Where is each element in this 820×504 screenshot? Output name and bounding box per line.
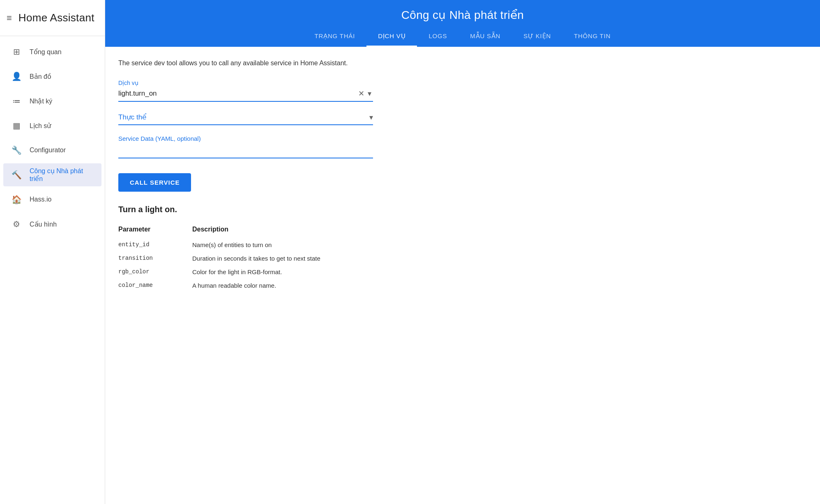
param-cell: entity_id [118,238,192,252]
tab-su-kien[interactable]: SỰ KIỆN [512,27,562,47]
hass-io-icon: 🏠 [12,195,21,204]
tab-thong-tin[interactable]: THÔNG TIN [562,27,622,47]
service-field-group: Dịch vụ ✕ ▾ [118,80,373,102]
sidebar-item-cong-cu[interactable]: 🔨Công cụ Nhà phát triển [3,163,101,186]
sidebar-title: Home Assistant [18,11,94,24]
table-row: transitionDuration in seconds it takes t… [118,252,406,265]
sidebar-header: ≡ Home Assistant [0,0,105,36]
desc-cell: Color for the light in RGB-format. [192,265,406,279]
desc-cell: A human readable color name. [192,279,406,292]
desc-cell: Name(s) of entities to turn on [192,238,406,252]
sidebar-item-label-configurator: Configurator [30,147,66,154]
desc-cell: Duration in seconds it takes to get to n… [192,252,406,265]
main-area: Công cụ Nhà phát triển TRẠNG THÁIDỊCH VỤ… [105,0,820,504]
param-cell: color_name [118,279,192,292]
param-cell: transition [118,252,192,265]
entity-dropdown-icon: ▾ [369,113,373,122]
configurator-icon: 🔧 [12,145,21,155]
description-text: The service dev tool allows you to call … [118,58,807,68]
sidebar-item-label-nhat-ky: Nhật ký [30,97,52,105]
sidebar-item-label-lich-su: Lịch sử [30,122,51,130]
yaml-label[interactable]: Service Data (YAML, optional) [118,135,373,142]
call-service-button[interactable]: CALL SERVICE [118,173,191,192]
sidebar-item-tong-quan[interactable]: ⊞Tổng quan [3,40,101,63]
tab-trang-thai[interactable]: TRẠNG THÁI [303,27,367,47]
params-table: Parameter Description entity_idName(s) o… [118,222,406,292]
cau-hinh-icon: ⚙ [12,219,21,229]
table-row: entity_idName(s) of entities to turn on [118,238,406,252]
sidebar-item-cau-hinh[interactable]: ⚙Cấu hình [3,213,101,236]
tong-quan-icon: ⊞ [12,47,21,57]
cong-cu-icon: 🔨 [12,170,21,180]
service-desc-title: Turn a light on. [118,205,807,214]
sidebar-item-ban-do[interactable]: 👤Bản đồ [3,65,101,88]
nhat-ky-icon: ≔ [12,96,21,106]
sidebar-item-label-hass-io: Hass.io [30,196,51,203]
service-label: Dịch vụ [118,80,373,86]
tab-dich-vu[interactable]: DỊCH VỤ [366,27,417,47]
params-tbody: entity_idName(s) of entities to turn ont… [118,238,406,292]
param-col-header: Parameter [118,222,192,238]
content-area: The service dev tool allows you to call … [105,47,820,504]
service-input[interactable] [118,88,357,99]
entity-select-row: Thực thể ▾ [118,112,373,125]
yaml-field-group: Service Data (YAML, optional) [118,135,373,158]
sidebar: ≡ Home Assistant ⊞Tổng quan👤Bản đồ≔Nhật … [0,0,105,504]
ban-do-icon: 👤 [12,71,21,81]
topbar: Công cụ Nhà phát triển TRẠNG THÁIDỊCH VỤ… [105,0,820,47]
sidebar-item-label-tong-quan: Tổng quan [30,48,62,56]
param-cell: rgb_color [118,265,192,279]
sidebar-item-label-ban-do: Bản đồ [30,73,51,80]
desc-col-header: Description [192,222,406,238]
sidebar-item-hass-io[interactable]: 🏠Hass.io [3,188,101,211]
table-row: color_nameA human readable color name. [118,279,406,292]
sidebar-item-label-cong-cu: Công cụ Nhà phát triển [30,167,93,183]
lich-su-icon: ▦ [12,121,21,131]
page-title: Công cụ Nhà phát triển [105,0,820,27]
clear-service-button[interactable]: ✕ [357,89,366,98]
sidebar-nav: ⊞Tổng quan👤Bản đồ≔Nhật ký▦Lịch sử🔧Config… [0,36,105,504]
hamburger-icon[interactable]: ≡ [7,14,12,23]
sidebar-item-configurator[interactable]: 🔧Configurator [3,139,101,162]
sidebar-item-label-cau-hinh: Cấu hình [30,220,57,228]
entity-select[interactable]: Thực thể [118,112,369,123]
sidebar-item-nhat-ky[interactable]: ≔Nhật ký [3,89,101,112]
tab-logs[interactable]: LOGS [417,27,458,47]
yaml-input[interactable] [118,145,373,158]
table-row: rgb_colorColor for the light in RGB-form… [118,265,406,279]
service-dropdown-button[interactable]: ▾ [366,89,373,98]
sidebar-item-lich-su[interactable]: ▦Lịch sử [3,114,101,137]
service-input-row: ✕ ▾ [118,88,373,102]
tab-mau-san[interactable]: MẪU SẴN [458,27,512,47]
entity-field-group: Thực thể ▾ [118,112,373,125]
tabs: TRẠNG THÁIDỊCH VỤLOGSMẪU SẴNSỰ KIỆNTHÔNG… [105,27,820,47]
